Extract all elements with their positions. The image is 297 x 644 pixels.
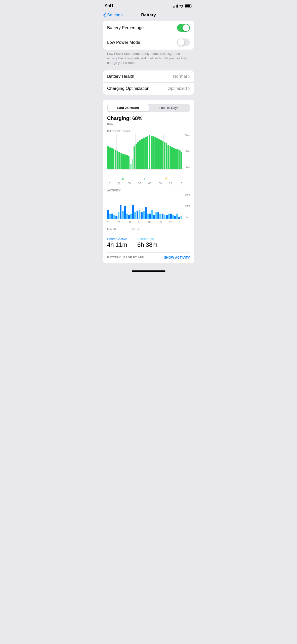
battery-percentage-toggle[interactable] xyxy=(177,24,190,32)
charging-icons: — ⏸ -·- ⏸ — ⚡ — xyxy=(107,177,190,181)
screen-idle-value: 6h 38m xyxy=(137,241,157,248)
activity-label: ACTIVITY xyxy=(107,189,190,192)
charging-dot-dash-icon: -·- xyxy=(132,177,135,180)
activity-y-labels: 60m 30m 0m xyxy=(185,193,190,219)
activity-x-labels: 18 21 00 03 06 09 12 15 xyxy=(107,221,190,224)
signal-icon xyxy=(173,5,178,8)
charging-status: Charging: 68% xyxy=(107,115,190,121)
low-power-mode-row[interactable]: Low Power Mode xyxy=(103,35,194,50)
health-section: Battery Health Normal Charging Optimizat… xyxy=(103,70,194,95)
activity-bars xyxy=(107,193,190,219)
home-bar xyxy=(132,270,165,272)
pause-icon: ⏸ xyxy=(121,177,124,180)
battery-percentage-row[interactable]: Battery Percentage xyxy=(103,21,194,35)
battery-usage-by-app-row[interactable]: BATTERY USAGE BY APP SHOW ACTIVITY xyxy=(107,252,190,259)
battery-y-labels: 100% 50% 0% xyxy=(183,134,190,169)
tab-last-10-days[interactable]: Last 10 Days xyxy=(149,104,190,111)
screen-usage-row: Screen Active 4h 11m Screen Idle 6h 38m xyxy=(107,235,190,248)
battery-level-label: BATTERY LEVEL xyxy=(107,130,190,133)
nav-bar: Settings Battery xyxy=(99,10,198,21)
screen-active-label: Screen Active xyxy=(107,237,127,241)
lightning-icon: ⚡ xyxy=(164,177,168,180)
status-bar: 9:41 xyxy=(99,0,198,10)
activity-chart: 60m 30m 0m xyxy=(107,193,190,219)
toggle-card: Battery Percentage Low Power Mode xyxy=(103,21,194,50)
tab-last-24-hours[interactable]: Last 24 Hours xyxy=(108,104,149,111)
charging-optimization-row[interactable]: Charging Optimization Optimized xyxy=(103,83,194,95)
chevron-right-icon-2 xyxy=(188,87,190,90)
health-card: Battery Health Normal Charging Optimizat… xyxy=(103,70,194,95)
page-title: Battery xyxy=(141,13,156,18)
chevron-right-icon xyxy=(188,75,190,78)
battery-x-labels: 18 21 00 03 06 09 12 15 xyxy=(107,182,190,185)
screen-idle-label: Screen Idle xyxy=(137,237,157,241)
back-button[interactable]: Settings xyxy=(103,13,122,18)
date-labels: Feb 20 Feb 21 xyxy=(107,228,190,231)
low-power-mode-label: Low Power Mode xyxy=(107,40,140,45)
pause-icon-2: ⏸ xyxy=(143,177,146,180)
charging-dash-2-icon: — xyxy=(154,177,156,180)
home-indicator xyxy=(99,268,198,276)
svg-rect-1 xyxy=(185,5,190,7)
battery-health-value: Normal xyxy=(173,74,190,79)
charging-time: now xyxy=(107,122,190,126)
battery-status-icon xyxy=(185,4,192,8)
status-time: 9:41 xyxy=(105,4,113,9)
battery-chart-card: Last 24 Hours Last 10 Days Charging: 68%… xyxy=(103,100,194,263)
charging-dash-3-icon: — xyxy=(176,177,179,180)
battery-percentage-label: Battery Percentage xyxy=(107,25,144,30)
low-power-mode-toggle[interactable] xyxy=(177,38,190,46)
low-power-helper-text: Low Power Mode temporarily reduces backg… xyxy=(103,50,194,65)
back-label: Settings xyxy=(107,13,122,18)
time-tab-selector[interactable]: Last 24 Hours Last 10 Days xyxy=(107,104,190,112)
battery-health-row[interactable]: Battery Health Normal xyxy=(103,70,194,83)
charging-dash-icon: — xyxy=(111,177,113,180)
screen-active-value: 4h 11m xyxy=(107,241,127,248)
battery-health-label: Battery Health xyxy=(107,74,134,79)
battery-level-chart: 100% 50% 0% xyxy=(107,134,190,169)
battery-usage-by-app-label: BATTERY USAGE BY APP xyxy=(107,256,144,259)
charging-optimization-label: Charging Optimization xyxy=(107,86,149,91)
battery-bars xyxy=(107,134,182,169)
screen-idle-item: Screen Idle 6h 38m xyxy=(137,237,157,248)
screen-active-item: Screen Active 4h 11m xyxy=(107,237,127,248)
show-activity-button[interactable]: SHOW ACTIVITY xyxy=(164,256,190,259)
status-icons xyxy=(173,4,192,8)
toggle-section: Battery Percentage Low Power Mode Low Po… xyxy=(103,21,194,65)
wifi-icon xyxy=(179,5,183,8)
charging-optimization-value: Optimized xyxy=(167,86,190,91)
